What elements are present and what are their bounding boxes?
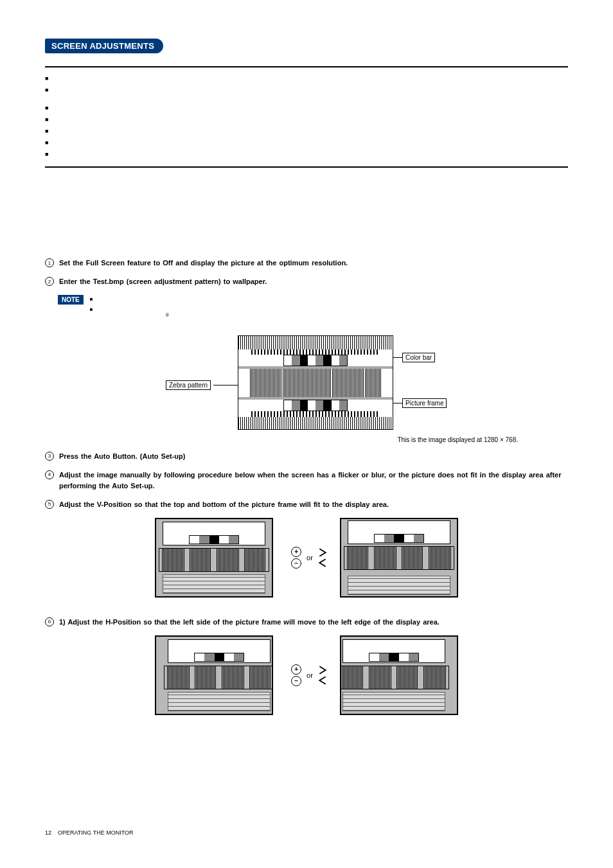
step-text: Press the Auto Button. (Auto Set-up) xyxy=(59,451,568,462)
step-number-icon: 3 xyxy=(45,452,54,461)
picture-frame-label: Picture frame xyxy=(402,398,447,408)
note-badge: NOTE xyxy=(58,295,84,305)
step-text: Adjust the image manually by following p… xyxy=(59,470,568,492)
step-text: Enter the Test.bmp (screen adjustment pa… xyxy=(59,276,568,287)
chevron-left-icon xyxy=(318,558,327,567)
chevron-right-icon xyxy=(318,666,327,675)
content-area: 1 Set the Full Screen feature to Off and… xyxy=(45,258,568,715)
minus-button-icon: − xyxy=(291,558,301,569)
step-2: 2 Enter the Test.bmp (screen adjustment … xyxy=(45,276,568,287)
bullet-item xyxy=(45,74,568,83)
callout-line xyxy=(213,385,239,385)
bullet-item xyxy=(45,85,568,101)
section-title-badge: SCREEN ADJUSTMENTS xyxy=(45,39,163,53)
adj-screen-before xyxy=(155,518,273,598)
step-text: Set the Full Screen feature to Off and d… xyxy=(59,258,568,269)
bullet-item xyxy=(45,150,568,159)
step-number-icon: 6 xyxy=(45,617,54,626)
minus-button-icon: − xyxy=(291,676,301,686)
diagram-caption: This is the image displayed at 1280 × 76… xyxy=(397,436,518,443)
step-6: 6 1) Adjust the H-Position so that the l… xyxy=(45,617,568,628)
step-number-icon: 1 xyxy=(45,258,54,267)
step-number-icon: 4 xyxy=(45,470,54,479)
step-1: 1 Set the Full Screen feature to Off and… xyxy=(45,258,568,269)
chevron-right-icon xyxy=(318,548,327,557)
adj-screen-after xyxy=(340,518,458,598)
step-5: 5 Adjust the V-Position so that the top … xyxy=(45,499,568,510)
note-bullet-item xyxy=(90,295,568,303)
zebra-pattern-label: Zebra pattern xyxy=(166,380,211,390)
plus-button-icon: + xyxy=(291,664,301,675)
test-pattern-image xyxy=(238,335,393,430)
document-page: SCREEN ADJUSTMENTS 1 Set the Full Screen… xyxy=(0,0,613,868)
intro-bullets xyxy=(45,74,568,159)
plus-button-icon: + xyxy=(291,547,301,557)
colorbar-label: Color bar xyxy=(402,353,435,362)
bottom-rule xyxy=(45,166,568,168)
top-rule xyxy=(45,66,568,67)
step-number-icon: 5 xyxy=(45,500,54,509)
page-footer: 12 OPERATING THE MONITOR xyxy=(45,829,134,836)
step-3: 3 Press the Auto Button. (Auto Set-up) xyxy=(45,451,568,462)
footer-section: OPERATING THE MONITOR xyxy=(58,829,134,836)
step-4: 4 Adjust the image manually by following… xyxy=(45,470,568,492)
step-text: 1) Adjust the H-Position so that the lef… xyxy=(59,617,568,628)
registered-icon: ® xyxy=(166,313,169,317)
note-block: NOTE ® xyxy=(58,295,568,324)
v-position-illustration: + − or xyxy=(45,518,568,598)
adj-controls: + − or xyxy=(286,664,327,686)
adj-screen-after xyxy=(340,635,458,715)
bullet-item xyxy=(45,127,568,136)
bullet-item xyxy=(45,103,568,112)
adj-screen-before xyxy=(155,635,273,715)
test-pattern-diagram: Zebra pattern Color bar Picture frame xyxy=(45,330,568,446)
page-number: 12 xyxy=(45,829,51,836)
bullet-item xyxy=(45,138,568,147)
step-text: Adjust the V-Position so that the top an… xyxy=(59,499,568,510)
adj-controls: + − or xyxy=(286,547,327,569)
h-position-illustration: + − or xyxy=(45,635,568,715)
note-bullets: ® xyxy=(90,295,568,324)
step-number-icon: 2 xyxy=(45,277,54,286)
bullet-item xyxy=(45,115,568,124)
or-label: or xyxy=(306,671,313,679)
note-bullet-item: ® xyxy=(90,305,568,321)
or-label: or xyxy=(306,554,313,562)
chevron-left-icon xyxy=(318,676,327,685)
